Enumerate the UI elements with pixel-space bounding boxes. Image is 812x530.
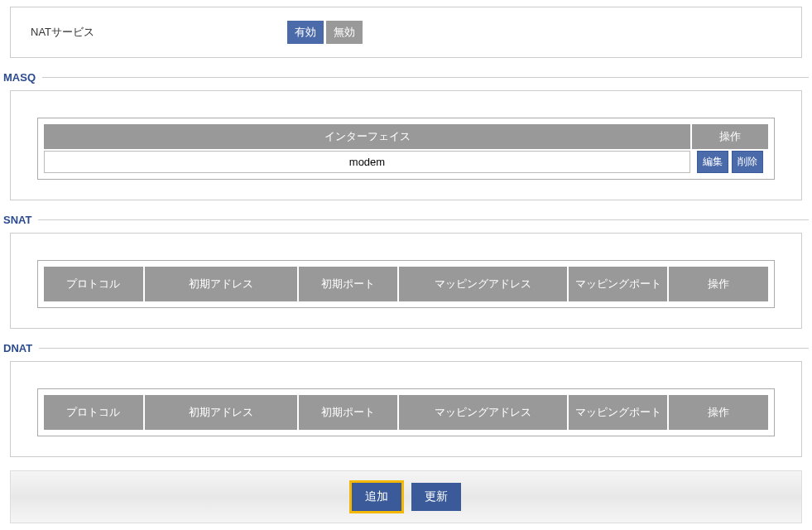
- snat-panel: プロトコル 初期アドレス 初期ポート マッピングアドレス マッピングポート 操作: [10, 233, 802, 329]
- masq-header-interface: インターフェイス: [44, 124, 690, 149]
- snat-header-map-address: マッピングアドレス: [399, 267, 566, 301]
- update-button[interactable]: 更新: [411, 483, 461, 511]
- table-row: modem 編集 削除: [44, 151, 768, 173]
- dnat-panel: プロトコル 初期アドレス 初期ポート マッピングアドレス マッピングポート 操作: [10, 361, 802, 457]
- snat-section-label: SNAT: [3, 214, 38, 226]
- footer-toolbar: 追加 更新: [10, 470, 802, 523]
- dnat-header-protocol: プロトコル: [44, 395, 143, 430]
- nat-service-label: NATサービス: [31, 25, 287, 40]
- masq-cell-interface: modem: [44, 151, 690, 173]
- dnat-header-init-address: 初期アドレス: [145, 395, 297, 430]
- delete-button[interactable]: 削除: [732, 151, 763, 173]
- snat-header-init-address: 初期アドレス: [145, 267, 297, 301]
- add-button[interactable]: 追加: [352, 483, 401, 511]
- dnat-table-wrap: プロトコル 初期アドレス 初期ポート マッピングアドレス マッピングポート 操作: [37, 388, 775, 436]
- masq-panel: インターフェイス 操作 modem 編集 削除: [10, 90, 802, 200]
- section-divider: [42, 77, 809, 78]
- snat-header-map-port: マッピングポート: [569, 267, 668, 301]
- nat-service-row: NATサービス 有効 無効: [31, 21, 781, 44]
- snat-table-wrap: プロトコル 初期アドレス 初期ポート マッピングアドレス マッピングポート 操作: [37, 260, 775, 308]
- snat-header-action: 操作: [669, 267, 768, 301]
- masq-table: インターフェイス 操作 modem 編集 削除: [42, 123, 770, 175]
- dnat-section-label: DNAT: [3, 342, 39, 354]
- nat-service-panel: NATサービス 有効 無効: [10, 7, 802, 58]
- section-divider: [38, 219, 809, 220]
- dnat-section-header: DNAT: [3, 342, 809, 354]
- dnat-header-map-address: マッピングアドレス: [399, 395, 566, 430]
- dnat-table: プロトコル 初期アドレス 初期ポート マッピングアドレス マッピングポート 操作: [42, 393, 770, 431]
- snat-header-init-port: 初期ポート: [299, 267, 398, 301]
- masq-header-action: 操作: [692, 124, 768, 149]
- nat-disable-button[interactable]: 無効: [326, 21, 363, 44]
- masq-action-cell: 編集 削除: [692, 151, 768, 173]
- section-divider: [39, 348, 809, 349]
- dnat-header-map-port: マッピングポート: [569, 395, 668, 430]
- masq-section-header: MASQ: [3, 71, 809, 84]
- nat-toggle-group: 有効 無効: [287, 21, 363, 44]
- dnat-header-action: 操作: [669, 395, 768, 430]
- snat-table: プロトコル 初期アドレス 初期ポート マッピングアドレス マッピングポート 操作: [42, 265, 770, 303]
- snat-section-header: SNAT: [3, 214, 809, 226]
- snat-header-protocol: プロトコル: [44, 267, 143, 301]
- masq-table-wrap: インターフェイス 操作 modem 編集 削除: [37, 118, 775, 180]
- masq-section-label: MASQ: [3, 71, 42, 84]
- dnat-header-init-port: 初期ポート: [299, 395, 398, 430]
- edit-button[interactable]: 編集: [697, 151, 728, 173]
- nat-enable-button[interactable]: 有効: [287, 21, 324, 44]
